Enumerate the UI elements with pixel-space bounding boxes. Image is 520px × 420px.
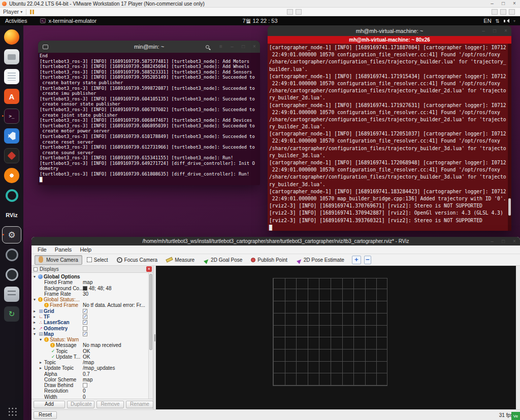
display-row-fixed-frame[interactable]: !Fixed FrameNo tf data. Actual error: Fr… — [31, 302, 153, 308]
expand-arrow-icon[interactable]: ▸ — [40, 366, 44, 370]
scrollbar-thumb[interactable] — [149, 274, 152, 350]
display-row-update-t[interactable]: ✓Update T...OK — [31, 354, 153, 360]
minimize-button[interactable] — [478, 27, 489, 34]
displays-panel-header[interactable]: Displays — [31, 266, 153, 273]
display-row-draw-behind[interactable]: Draw Behind — [31, 382, 153, 388]
display-row-update-topic[interactable]: ▸Update Topic/map_updates — [31, 365, 153, 371]
display-row-odometry[interactable]: ▸↗Odometry — [31, 325, 153, 331]
display-row-status-warn[interactable]: ▾!Status: Warn — [31, 337, 153, 342]
suspend-vm-icon[interactable] — [30, 10, 34, 14]
displays-remove-button[interactable]: Remove — [96, 401, 124, 408]
vm-fullscreen-icon[interactable] — [492, 9, 498, 15]
dock-item-app2[interactable] — [2, 266, 21, 283]
vmware-minimize-button[interactable] — [486, 0, 498, 7]
display-row-frame-rate[interactable]: Frame Rate30 — [31, 291, 153, 297]
dock-item-ros[interactable] — [2, 187, 21, 204]
display-row-topic[interactable]: ▸Topic/map — [31, 360, 153, 365]
player-menu[interactable]: Player ▾ — [3, 9, 22, 15]
checkbox[interactable] — [83, 309, 87, 313]
display-row-alpha[interactable]: Alpha0.7 — [31, 371, 153, 377]
tool-measure[interactable]: Measure — [162, 255, 199, 265]
dock-item-text-editor[interactable] — [2, 68, 21, 85]
scrollbar-thumb[interactable] — [508, 198, 511, 216]
dock-item-files[interactable] — [2, 48, 21, 65]
menu-help[interactable]: Help — [76, 247, 95, 253]
maximize-button[interactable] — [489, 27, 500, 34]
checkbox[interactable] — [83, 320, 87, 325]
close-button[interactable] — [500, 27, 511, 34]
close-button[interactable] — [249, 43, 260, 50]
tool-focus-camera[interactable]: Focus Camera — [113, 255, 162, 265]
tool-select[interactable]: Select — [83, 255, 112, 265]
display-row-background-co[interactable]: Background Co...48; 48; 48 — [31, 286, 153, 291]
rviz-3d-viewport[interactable] — [156, 266, 516, 409]
displays-scrollbar[interactable] — [148, 273, 153, 399]
tool-2d-goal-pose[interactable]: 2D Goal Pose — [199, 255, 246, 265]
rviz-titlebar[interactable]: /home/mh/turtlebot3_ws/install/turtlebot… — [31, 237, 520, 246]
display-row-fixed-frame[interactable]: Fixed Framemap — [31, 279, 153, 285]
expand-arrow-icon[interactable]: ▾ — [40, 337, 44, 342]
add-tool-button[interactable]: + — [352, 256, 361, 264]
vm-console-icon[interactable] — [509, 9, 515, 15]
dock-item-media[interactable] — [2, 147, 21, 164]
display-row-color-scheme[interactable]: Color Schememap — [31, 377, 153, 382]
maximize-button[interactable] — [238, 43, 249, 50]
vm-devices-icon[interactable] — [296, 9, 302, 15]
dock-item-cabinet[interactable] — [2, 286, 21, 303]
terminal2-output[interactable]: [cartographer_node-1] [INFO] [1689169741… — [268, 44, 511, 231]
menu-file[interactable]: File — [34, 247, 51, 253]
system-status-area[interactable]: EN ▾ — [483, 18, 520, 24]
tool-publish-point[interactable]: Publish Point — [247, 255, 291, 265]
dock-item-software[interactable]: A — [2, 88, 21, 105]
remove-tool-button[interactable]: − — [364, 256, 371, 264]
dock-item-terminal[interactable] — [2, 108, 21, 125]
displays-duplicate-button[interactable]: Duplicate — [67, 401, 94, 408]
clock-menu[interactable]: 7월 12 22 : 53 — [242, 17, 277, 25]
expand-arrow-icon[interactable]: ▸ — [34, 320, 38, 325]
display-row-map[interactable]: ▾▤Map — [31, 331, 153, 337]
display-row-width[interactable]: Width0 — [31, 394, 153, 399]
expand-arrow-icon[interactable]: ▾ — [34, 297, 38, 302]
show-applications-button[interactable] — [7, 406, 17, 416]
dock-item-rviz[interactable]: RViz — [2, 206, 21, 224]
close-button[interactable] — [509, 238, 520, 245]
display-row-message[interactable]: !MessageNo map received — [31, 342, 153, 348]
terminal2-scrollbar[interactable] — [508, 44, 511, 231]
hamburger-menu-icon[interactable] — [215, 43, 226, 50]
maximize-button[interactable] — [498, 238, 509, 245]
display-row-global-status[interactable]: ▾!Global Status:... — [31, 297, 153, 302]
panel-close-icon[interactable] — [146, 266, 152, 272]
terminal1-headerbar[interactable]: min@min: ~ — [38, 41, 260, 53]
expand-arrow-icon[interactable]: ▾ — [34, 274, 38, 279]
checkbox[interactable] — [83, 332, 87, 336]
tool-move-camera[interactable]: Move Camera — [35, 255, 82, 265]
displays-add-button[interactable]: Add — [34, 401, 65, 408]
expand-arrow-icon[interactable]: ▸ — [40, 360, 44, 365]
checkbox[interactable] — [83, 383, 87, 388]
vm-display-icon[interactable] — [287, 9, 293, 15]
reset-button[interactable]: Reset — [34, 411, 57, 419]
activities-button[interactable]: Activities — [5, 18, 27, 24]
checkbox[interactable] — [83, 314, 87, 319]
checkbox[interactable] — [83, 326, 87, 331]
vmware-close-button[interactable] — [509, 0, 520, 7]
search-icon[interactable] — [206, 45, 209, 49]
tool-2d-pose-estimate[interactable]: 2D Pose Estimate — [292, 255, 348, 265]
display-row-laserscan[interactable]: ▸∴LaserScan — [31, 320, 153, 325]
focused-app-menu[interactable]: x-terminal-emulator — [40, 18, 96, 24]
display-row-resolution[interactable]: Resolution0 — [31, 388, 153, 394]
dock-item-settings[interactable] — [2, 226, 21, 243]
dock-item-gazebo[interactable] — [2, 167, 21, 184]
dock-item-firefox[interactable] — [2, 28, 21, 46]
vm-unity-icon[interactable] — [500, 9, 506, 15]
expand-arrow-icon[interactable]: ▸ — [34, 314, 38, 319]
dock-item-updater[interactable] — [2, 305, 21, 323]
keyboard-layout-indicator[interactable]: EN — [483, 18, 491, 24]
displays-rename-button[interactable]: Rename — [126, 401, 153, 408]
display-row-topic[interactable]: ✓TopicOK — [31, 348, 153, 354]
expand-arrow-icon[interactable]: ▸ — [34, 326, 38, 331]
minimize-button[interactable] — [226, 43, 238, 50]
display-row-tf[interactable]: ▸∟TF — [31, 314, 153, 320]
display-row-grid[interactable]: ▸▦Grid — [31, 308, 153, 314]
dock-item-app1[interactable] — [2, 246, 21, 263]
